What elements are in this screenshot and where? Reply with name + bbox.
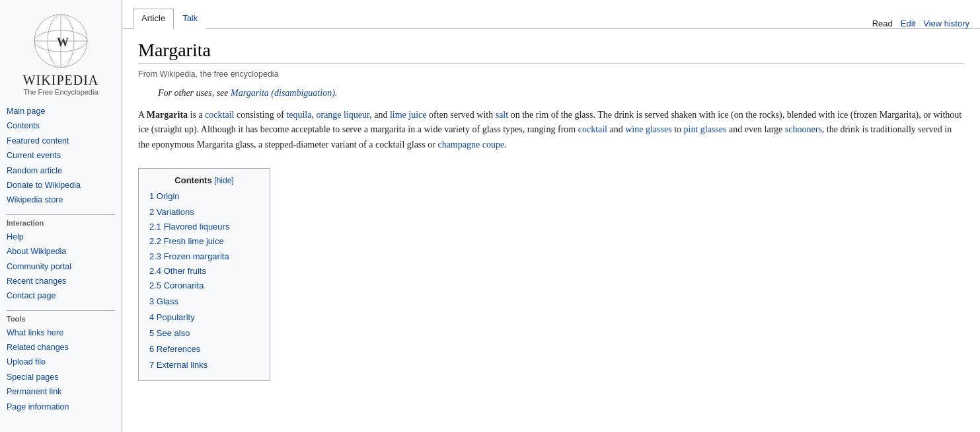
sidebar-item-upload-file[interactable]: Upload file xyxy=(7,355,115,369)
wiki-globe-icon: W xyxy=(32,12,90,70)
toc-link-3[interactable]: 3 Glass xyxy=(149,296,178,306)
tabs-bar: ArticleTalk ReadEditView history xyxy=(122,0,980,29)
toc-item-3: 3 Glass xyxy=(149,294,259,309)
toc-item-2-1: 2.1 Flavored liqueurs xyxy=(149,220,259,234)
tab-view-history[interactable]: View history xyxy=(923,19,969,28)
table-of-contents: Contents [hide] 1 Origin2 Variations2.1 … xyxy=(138,168,270,381)
sidebar-item-featured-content[interactable]: Featured content xyxy=(7,134,115,148)
link-orange-liqueur[interactable]: orange liqueur xyxy=(316,110,369,120)
tabs-left: ArticleTalk xyxy=(122,9,206,28)
sidebar-item-special-pages[interactable]: Special pages xyxy=(7,370,115,384)
sidebar-link-permanent-link[interactable]: Permanent link xyxy=(7,387,61,396)
toc-link-2-5[interactable]: 2.5 Coronarita xyxy=(149,281,204,290)
toc-item-2-2: 2.2 Fresh lime juice xyxy=(149,234,259,249)
sidebar-interaction: Interaction HelpAbout WikipediaCommunity… xyxy=(0,214,122,304)
sidebar-link-contents[interactable]: Contents xyxy=(7,121,40,130)
toc-link-4[interactable]: 4 Popularity xyxy=(149,312,195,322)
wiki-title: WIKIPEDIA xyxy=(0,73,122,88)
toc-link-5[interactable]: 5 See also xyxy=(149,328,190,338)
link-schooners[interactable]: schooners xyxy=(785,124,822,134)
sidebar-item-permanent-link[interactable]: Permanent link xyxy=(7,384,115,399)
sidebar-item-help[interactable]: Help xyxy=(7,230,115,244)
tab-talk[interactable]: Talk xyxy=(174,9,206,29)
sidebar-link-current-events[interactable]: Current events xyxy=(7,151,61,160)
sidebar-item-current-events[interactable]: Current events xyxy=(7,148,115,163)
toc-title: Contents [hide] xyxy=(149,175,259,185)
sidebar-item-random-article[interactable]: Random article xyxy=(7,163,115,178)
link-lime-juice[interactable]: lime juice xyxy=(390,110,427,120)
toc-link-2-3[interactable]: 2.3 Frozen margarita xyxy=(149,251,229,261)
sidebar-link-contact-page[interactable]: Contact page xyxy=(7,291,56,300)
toc-item-4: 4 Popularity xyxy=(149,310,259,325)
article-title: Margarita xyxy=(138,40,964,64)
link-cocktail2[interactable]: cocktail xyxy=(578,124,607,134)
sidebar-item-about-wikipedia[interactable]: About Wikipedia xyxy=(7,244,115,259)
wiki-logo: W WIKIPEDIA The Free Encyclopedia xyxy=(0,5,122,100)
svg-text:W: W xyxy=(57,36,69,49)
sidebar-item-donate[interactable]: Donate to Wikipedia xyxy=(7,178,115,193)
toc-item-6: 6 References xyxy=(149,342,259,357)
tabs-right: ReadEditView history xyxy=(872,19,980,28)
wiki-subtitle: The Free Encyclopedia xyxy=(0,88,122,96)
sidebar-link-upload-file[interactable]: Upload file xyxy=(7,357,46,367)
article-body: A Margarita is a cocktail consisting of … xyxy=(138,108,964,152)
link-wine-glasses[interactable]: wine glasses xyxy=(625,124,671,134)
sidebar-link-wiki-store[interactable]: Wikipedia store xyxy=(7,195,63,204)
link-tequila[interactable]: tequila xyxy=(286,110,311,120)
sidebar-nav-main: Main pageContentsFeatured contentCurrent… xyxy=(0,104,122,208)
sidebar-item-page-information[interactable]: Page information xyxy=(7,400,115,414)
sidebar-item-recent-changes[interactable]: Recent changes xyxy=(7,274,115,288)
disambiguation-note: For other uses, see Margarita (disambigu… xyxy=(158,88,964,99)
toc-item-5: 5 See also xyxy=(149,326,259,341)
toc-link-7[interactable]: 7 External links xyxy=(149,360,207,370)
sidebar-item-contact-page[interactable]: Contact page xyxy=(7,288,115,303)
sidebar-item-main-page[interactable]: Main page xyxy=(7,104,115,118)
sidebar-link-special-pages[interactable]: Special pages xyxy=(7,372,59,382)
sidebar-link-help[interactable]: Help xyxy=(7,232,24,241)
sidebar-interaction-title: Interaction xyxy=(7,214,115,227)
sidebar-link-community-portal[interactable]: Community portal xyxy=(7,262,71,271)
toc-item-2-4: 2.4 Other fruits xyxy=(149,264,259,279)
toc-item-2-3: 2.3 Frozen margarita xyxy=(149,249,259,264)
toc-item-1: 1 Origin xyxy=(149,189,259,204)
toc-link-2[interactable]: 2 Variations xyxy=(149,207,194,217)
sidebar-link-donate[interactable]: Donate to Wikipedia xyxy=(7,181,81,190)
sidebar-item-what-links-here[interactable]: What links here xyxy=(7,325,115,340)
toc-link-6[interactable]: 6 References xyxy=(149,344,200,354)
sidebar-link-what-links-here[interactable]: What links here xyxy=(7,328,63,337)
tab-edit[interactable]: Edit xyxy=(901,19,915,28)
sidebar-link-main-page[interactable]: Main page xyxy=(7,107,45,116)
toc-item-7: 7 External links xyxy=(149,358,259,372)
toc-link-2-1[interactable]: 2.1 Flavored liqueurs xyxy=(149,222,229,232)
sidebar: W WIKIPEDIA The Free Encyclopedia Main p… xyxy=(0,0,122,432)
toc-hide-button[interactable]: [hide] xyxy=(214,176,233,185)
article: Margarita From Wikipedia, the free encyc… xyxy=(122,29,980,408)
sidebar-item-community-portal[interactable]: Community portal xyxy=(7,259,115,274)
toc-item-2-5: 2.5 Coronarita xyxy=(149,279,259,293)
link-cocktail[interactable]: cocktail xyxy=(205,110,234,120)
sidebar-item-related-changes[interactable]: Related changes xyxy=(7,340,115,355)
toc-item-2: 2 Variations2.1 Flavored liqueurs2.2 Fre… xyxy=(149,205,259,293)
sidebar-link-random-article[interactable]: Random article xyxy=(7,166,62,175)
article-margarita-bold: Margarita xyxy=(147,110,188,120)
link-pint-glasses[interactable]: pint glasses xyxy=(684,124,727,134)
sidebar-link-page-information[interactable]: Page information xyxy=(7,402,69,411)
sidebar-tools: Tools What links hereRelated changesUplo… xyxy=(0,310,122,414)
main-content: ArticleTalk ReadEditView history Margari… xyxy=(122,0,980,432)
link-salt[interactable]: salt xyxy=(496,110,508,120)
from-wiki: From Wikipedia, the free encyclopedia xyxy=(138,69,964,79)
toc-link-1[interactable]: 1 Origin xyxy=(149,191,180,201)
sidebar-item-wiki-store[interactable]: Wikipedia store xyxy=(7,193,115,207)
sidebar-item-contents[interactable]: Contents xyxy=(7,118,115,133)
sidebar-link-featured-content[interactable]: Featured content xyxy=(7,136,69,146)
tab-article[interactable]: Article xyxy=(133,9,174,29)
toc-link-2-4[interactable]: 2.4 Other fruits xyxy=(149,266,206,276)
sidebar-link-about-wikipedia[interactable]: About Wikipedia xyxy=(7,247,66,256)
sidebar-tools-title: Tools xyxy=(7,310,115,323)
disambiguation-link[interactable]: Margarita (disambiguation). xyxy=(231,88,337,98)
toc-link-2-2[interactable]: 2.2 Fresh lime juice xyxy=(149,236,224,246)
sidebar-link-recent-changes[interactable]: Recent changes xyxy=(7,277,66,286)
tab-read: Read xyxy=(872,19,893,28)
link-champagne-coupe[interactable]: champagne coupe xyxy=(437,140,504,150)
sidebar-link-related-changes[interactable]: Related changes xyxy=(7,343,69,352)
